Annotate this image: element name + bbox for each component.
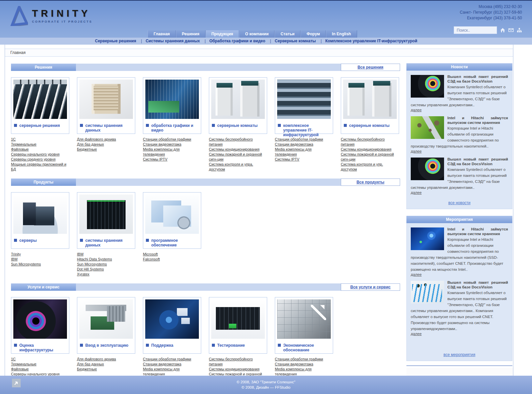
card-caption[interactable]: Поддержка bbox=[151, 343, 173, 348]
service-card[interactable]: Тестирование bbox=[209, 297, 267, 354]
card-link[interactable]: Серверы начального уровня bbox=[11, 152, 60, 157]
card-link[interactable]: Media комплексы для телевидения bbox=[143, 147, 201, 157]
card-link[interactable]: 1С bbox=[11, 357, 16, 362]
solution-card[interactable]: системы хранения данных bbox=[77, 77, 135, 134]
card-link[interactable]: Falconsoft bbox=[143, 257, 160, 262]
card-link[interactable]: Станции видеомотажа bbox=[275, 142, 313, 147]
card-caption[interactable]: серверные решения bbox=[19, 123, 60, 128]
card-link[interactable]: Станции обработки графики bbox=[143, 137, 191, 142]
card-link[interactable]: Системы кондиционирования bbox=[209, 367, 260, 372]
card-link[interactable]: Станции обработки графики bbox=[275, 357, 323, 362]
card-caption[interactable]: обработка графики и видео bbox=[151, 123, 200, 133]
tab-english[interactable]: In English bbox=[326, 30, 357, 38]
card-link[interactable]: Бюджетные bbox=[77, 147, 97, 152]
card-link[interactable]: Системы кондиционирования bbox=[341, 147, 391, 152]
event-item[interactable]: Вышел новый пакет решений СЭД на базе Do… bbox=[411, 280, 508, 336]
card-link[interactable]: Trinity bbox=[11, 252, 21, 257]
card-link[interactable]: Для баз данных bbox=[77, 142, 104, 147]
news-item[interactable]: Вышел новый пакет решений СЭД на базе Do… bbox=[411, 74, 508, 112]
card-link[interactable]: Файловые bbox=[11, 367, 29, 372]
card-link[interactable]: Файловые bbox=[11, 147, 29, 152]
card-link[interactable]: Dot Hill Systems bbox=[77, 267, 104, 272]
card-caption[interactable]: Ввод в эксплуатацию bbox=[85, 343, 128, 348]
tab-forum[interactable]: Форум bbox=[300, 30, 326, 38]
event-more-link[interactable]: далее bbox=[411, 332, 422, 336]
card-caption[interactable]: Оценка инфраструктуры bbox=[19, 343, 68, 352]
card-link[interactable]: Системы кондиционирования bbox=[209, 147, 260, 152]
card-link[interactable]: Для баз данных bbox=[77, 362, 104, 367]
card-link[interactable]: Системы бесперебойного питания bbox=[209, 137, 267, 147]
product-card[interactable]: системы хранения данных bbox=[77, 192, 135, 249]
all-events-link[interactable]: все мероприятия bbox=[443, 352, 475, 357]
card-link[interactable]: Media комплексы для телевидения bbox=[143, 367, 201, 376]
event-more-link[interactable]: далее bbox=[411, 272, 422, 276]
card-caption[interactable]: системы хранения данных bbox=[85, 123, 134, 133]
card-link[interactable]: Sun Microsystems bbox=[77, 262, 107, 267]
tab-home[interactable]: Главная bbox=[148, 30, 176, 38]
card-link[interactable]: Sun Microsystems bbox=[11, 262, 41, 267]
card-link[interactable]: Системы IPTV bbox=[143, 157, 168, 162]
card-link[interactable]: 1С bbox=[11, 137, 16, 142]
card-link[interactable]: Системы пожарной и охранной сигн-ции bbox=[209, 152, 267, 162]
service-card[interactable]: Экономическое обоснование bbox=[275, 297, 333, 354]
card-link[interactable]: Серверы среднего уровня bbox=[11, 157, 56, 162]
card-link[interactable]: Серверы начального уровня bbox=[11, 372, 60, 376]
card-link[interactable]: Станции видеомотажа bbox=[143, 142, 181, 147]
card-link[interactable]: Станции обработки графики bbox=[275, 137, 323, 142]
breadcrumb[interactable]: Главная bbox=[5, 49, 513, 57]
card-link[interactable]: Media комплексы для телевидения bbox=[275, 147, 333, 157]
service-card[interactable]: Оценка инфраструктуры bbox=[11, 297, 69, 354]
product-card[interactable]: серверы bbox=[11, 192, 69, 249]
news-item[interactable]: Intel и Hitachi займутся выпуском систем… bbox=[411, 116, 508, 153]
card-link[interactable]: Системы пожарной и охранной сигн-ции bbox=[341, 152, 399, 162]
solution-card[interactable]: серверные комнаты bbox=[209, 77, 267, 134]
card-caption[interactable]: серверы bbox=[19, 238, 37, 243]
news-more-link[interactable]: далее bbox=[411, 149, 422, 153]
card-link[interactable]: Станции видеомотажа bbox=[143, 362, 181, 367]
mail-icon[interactable] bbox=[508, 28, 514, 33]
card-link[interactable]: Hitachi Data Systems bbox=[77, 257, 112, 262]
card-link[interactable]: Системы бесперебойного питания bbox=[341, 137, 399, 147]
card-link[interactable]: Мощные серверы приложений и БД bbox=[11, 162, 69, 172]
card-caption[interactable]: серверные комнаты bbox=[349, 123, 389, 128]
card-link[interactable]: Система контроля и упра. доступом bbox=[209, 162, 267, 172]
card-link[interactable]: Станции обработки графики bbox=[143, 357, 191, 362]
sitemap-icon[interactable] bbox=[517, 28, 522, 33]
all-products-link[interactable]: Все продукты bbox=[356, 180, 384, 185]
subnav-storage[interactable]: Системы хранения данных bbox=[137, 39, 200, 43]
card-caption[interactable]: Тестирование bbox=[217, 343, 245, 348]
solution-card[interactable]: серверные комнаты bbox=[341, 77, 399, 134]
card-link[interactable]: Бюджетные bbox=[77, 367, 97, 372]
card-caption[interactable]: серверные комнаты bbox=[217, 123, 258, 128]
logo[interactable]: TRINITY CORPORATE IT PROJECTS bbox=[10, 6, 92, 26]
subnav-graphics[interactable]: Обработка графики и видео bbox=[201, 39, 265, 43]
card-caption[interactable]: комплексное управление IT-инфраструктуро… bbox=[283, 123, 331, 137]
all-services-link[interactable]: Все услуги и сервис bbox=[350, 285, 390, 289]
card-link[interactable]: Система контроля и упр. доступом bbox=[341, 162, 399, 172]
card-link[interactable]: Терминальные bbox=[11, 362, 36, 367]
card-link[interactable]: Для файлового архива bbox=[77, 137, 116, 142]
card-link[interactable]: Системы IPTV bbox=[275, 157, 299, 162]
solution-card[interactable]: комплексное управление IT-инфраструктуро… bbox=[275, 77, 333, 134]
service-card[interactable]: Ввод в эксплуатацию bbox=[77, 297, 135, 354]
tab-articles[interactable]: Статьи bbox=[274, 30, 300, 38]
tab-products[interactable]: Продукция bbox=[206, 30, 239, 38]
card-link[interactable]: Системы бесперебойного питания bbox=[209, 357, 267, 367]
home-icon[interactable] bbox=[500, 28, 505, 33]
card-link[interactable]: Media комплексы для телевидения bbox=[275, 367, 333, 376]
all-news-link[interactable]: все новости bbox=[448, 200, 471, 205]
card-caption[interactable]: Экономическое обоснование bbox=[283, 343, 331, 352]
card-link[interactable]: Microsoft bbox=[143, 252, 158, 257]
service-card[interactable]: Поддержка bbox=[143, 297, 201, 354]
subnav-it-management[interactable]: Комплексное управление IT-инфраструктуро… bbox=[317, 39, 417, 43]
subnav-server-solutions[interactable]: Серверные решения bbox=[95, 39, 136, 43]
subnav-server-rooms[interactable]: Серверные комнаты bbox=[266, 39, 316, 43]
event-item[interactable]: Intel и Hitachi займутся выпуском систем… bbox=[411, 227, 508, 276]
ffstudio-logo-icon[interactable] bbox=[12, 379, 21, 387]
news-more-link[interactable]: далее bbox=[411, 191, 422, 195]
card-link[interactable]: Системы пожарной и охранной сигн-ции bbox=[209, 372, 267, 376]
card-link[interactable]: Терминальные bbox=[11, 142, 36, 147]
card-caption[interactable]: системы хранения данных bbox=[85, 238, 134, 247]
card-link[interactable]: IBM bbox=[77, 252, 84, 257]
card-link[interactable]: Xyratex bbox=[77, 272, 89, 277]
